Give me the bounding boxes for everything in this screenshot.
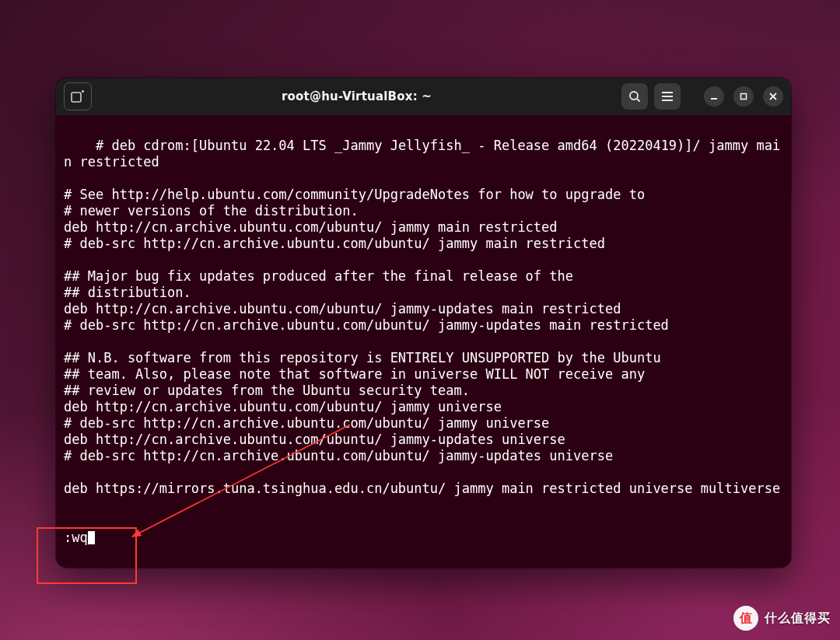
close-button[interactable] xyxy=(763,86,783,107)
terminal-text: # deb cdrom:[Ubuntu 22.04 LTS _Jammy Jel… xyxy=(64,138,780,496)
terminal-output[interactable]: # deb cdrom:[Ubuntu 22.04 LTS _Jammy Jel… xyxy=(56,115,791,568)
search-button[interactable] xyxy=(621,83,648,110)
window-title: root@hu-VirtualBox: ~ xyxy=(98,89,615,103)
svg-rect-0 xyxy=(72,93,81,102)
vim-command-text: :wq xyxy=(64,530,88,546)
hamburger-menu-button[interactable] xyxy=(654,83,681,110)
window-titlebar[interactable]: root@hu-VirtualBox: ~ xyxy=(56,78,791,115)
minimize-button[interactable] xyxy=(704,86,724,107)
cursor-icon xyxy=(88,531,95,544)
vim-command-line: :wq xyxy=(64,530,783,546)
maximize-button[interactable] xyxy=(733,86,754,107)
watermark-text: 什么值得买 xyxy=(765,610,831,627)
window-controls xyxy=(704,86,783,107)
svg-rect-2 xyxy=(741,94,747,100)
svg-point-1 xyxy=(630,92,638,100)
new-tab-button[interactable] xyxy=(64,82,92,110)
terminal-window[interactable]: root@hu-VirtualBox: ~ # deb cdrom:[Ubun xyxy=(56,78,791,568)
watermark-badge-icon: 值 xyxy=(733,606,758,631)
watermark: 值 什么值得买 xyxy=(733,606,831,631)
